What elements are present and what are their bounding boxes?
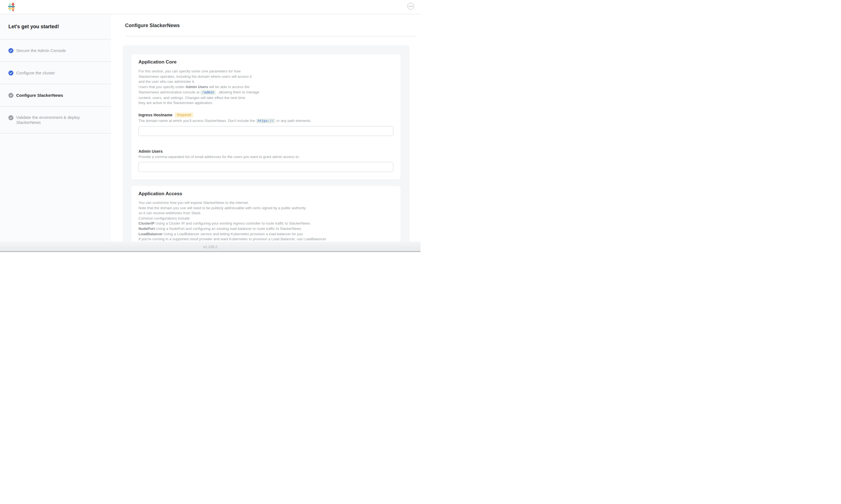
text-line: content, users, and settings. Changes wi… [139,95,393,101]
text-line: Slackernews adminstrative console at /ad… [139,90,393,95]
text-run: Users that you specify under [139,85,185,89]
app-window: Let's get you started! Secure the Admin … [0,0,420,252]
text-run: so it can receive webhooks from Slack. [139,211,201,215]
text-run: or any path elements. [275,119,311,123]
text-run: NodePort [139,227,155,231]
ingress-hostname-input[interactable] [139,126,393,136]
slackernews-logo-icon [8,2,15,12]
check-circle-icon [8,48,14,53]
version-label: v1.125.2 [203,245,217,249]
text-run: content, users, and settings. Changes wi… [139,96,245,100]
text-run: Slackernews adminstrative console at [139,90,200,94]
text-run: Provide a comma-separated list of email … [139,155,300,159]
field-label: Admin Users [139,149,163,154]
sidebar: Let's get you started! Secure the Admin … [0,14,111,252]
text-run: You can customize how you will expose Sl… [139,200,249,205]
text-run: Common configurations include: [139,216,191,220]
text-run: The domain name at which you'll access S… [139,119,256,123]
step-label: Configure the cluster [16,71,55,75]
text-line: Note that the domain you use will need t… [139,205,393,211]
page-title: Configure SlackerNews [125,23,180,29]
text-run: Using a NodePort and configuring an exis… [155,227,301,231]
text-run: For this section, you can specify some c… [139,69,240,73]
field-help: Provide a comma-separated list of email … [139,155,393,159]
top-bar [0,0,420,14]
text-line: The domain name at which you'll access S… [139,119,393,123]
step-label: Validate the environment & deploy Slacke… [16,115,92,125]
footer-bar: v1.125.2 [0,242,420,252]
text-line: If you're running in a supported cloud p… [139,237,393,242]
text-run: Using a LoadBalancer service and letting… [163,232,303,236]
text-run: If you're running in a supported cloud p… [139,237,327,241]
step-label: Configure SlackerNews [16,93,63,98]
section-description: You can customize how you will expose Sl… [139,200,393,242]
code-chip: /admin [200,90,216,95]
setup-steps-list: Secure the Admin ConsoleConfigure the cl… [0,39,111,133]
text-line: so it can receive webhooks from Slack. [139,211,393,216]
field-help: The domain name at which you'll access S… [139,119,393,123]
ingress-hostname-field: Ingress Hostname Required The domain nam… [139,112,393,136]
code-chip: https:// [256,119,275,123]
text-run: they are active in the Slackernews appli… [139,101,213,105]
text-line: ClusterIP Using a Cluster IP and configu… [139,221,393,226]
section-description: For this section, you can specify some c… [139,69,393,106]
text-run: Slackernews operates, including the doma… [139,74,252,78]
text-line: You can customize how you will expose Sl… [139,200,393,205]
check-circle-icon [8,115,14,120]
admin-users-input[interactable] [139,162,393,172]
sidebar-step-secure-the-admin-console[interactable]: Secure the Admin Console [0,39,111,62]
check-circle-icon [8,71,14,75]
admin-users-field: Admin Users Provide a comma-separated li… [139,149,393,172]
section-heading: Application Core [139,59,393,65]
window-bottom-edge [0,251,420,252]
title-divider [125,36,416,36]
text-run: ClusterIP [139,221,155,226]
text-line: NodePort Using a NodePort and configurin… [139,226,393,232]
text-line: Common configurations include: [139,216,393,221]
text-line: Users that you specify under Admin Users… [139,85,393,90]
text-run: Note that the domain you use will need t… [139,206,306,210]
sidebar-step-configure-slackernews[interactable]: Configure SlackerNews [0,84,111,107]
text-run: Using a Cluster IP and configuring your … [155,221,310,226]
text-line: For this section, you can specify some c… [139,69,393,74]
ellipsis-icon [409,6,413,7]
text-run: will be able to access the [208,85,250,89]
text-run: Admin Users [185,85,208,89]
config-panel: Application Core For this section, you c… [123,45,410,252]
more-menu-button[interactable] [407,3,414,10]
check-circle-icon [8,93,14,98]
text-line: Provide a comma-separated list of email … [139,155,393,159]
text-line: LoadBalancer Using a LoadBalancer servic… [139,232,393,237]
sidebar-step-configure-the-cluster[interactable]: Configure the cluster [0,62,111,84]
text-run: LoadBalancer [139,232,163,236]
step-label: Secure the Admin Console [16,48,66,53]
text-run: , allowing them to manage [216,90,259,94]
required-badge: Required [175,112,193,118]
sidebar-step-validate-the-environment-deploy-slackernews[interactable]: Validate the environment & deploy Slacke… [0,107,111,133]
section-heading: Application Access [139,191,393,197]
text-line: they are active in the Slackernews appli… [139,101,393,106]
application-core-card: Application Core For this section, you c… [131,54,401,180]
field-label: Ingress Hostname [139,112,172,118]
text-run: and the user who can administer it. [139,79,195,84]
main-content: Configure SlackerNews Application Core F… [111,14,420,252]
sidebar-title: Let's get you started! [0,14,111,39]
text-line: Slackernews operates, including the doma… [139,74,393,79]
text-line: and the user who can administer it. [139,79,393,85]
